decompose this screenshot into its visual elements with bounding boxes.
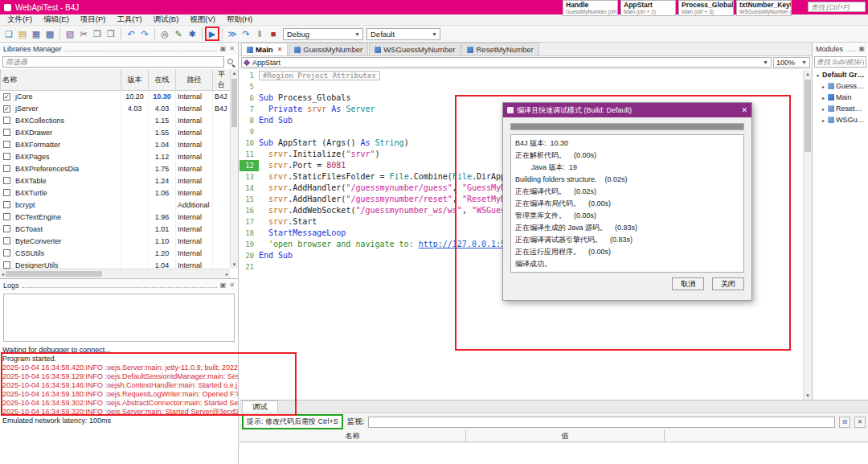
column-header[interactable]: 平台 <box>213 69 231 91</box>
save-icon[interactable]: ▦ <box>30 27 43 40</box>
new-project-icon[interactable]: ❏ <box>2 27 15 40</box>
module-item-guessmynumber[interactable]: ▸ GuessMyNumber <box>813 80 868 92</box>
expand-arrow-icon[interactable]: ▾ <box>815 72 821 78</box>
quick-access-panel[interactable]: Handle GuessMyNumber (ctrl + 1) <box>563 0 618 16</box>
library-checkbox[interactable] <box>3 129 10 136</box>
close-panel-icon[interactable]: ✕ <box>229 45 235 52</box>
library-checkbox[interactable]: ✓ <box>3 93 10 101</box>
library-checkbox[interactable]: ✓ <box>3 105 10 113</box>
library-row[interactable]: ✓ jServer 4.03 4.03 Internal B4J <box>1 103 231 115</box>
menu-item[interactable]: 视图(V) <box>184 14 221 25</box>
library-row[interactable]: B4XPreferencesDia 1.75 Internal <box>1 163 231 175</box>
library-filter-input[interactable] <box>2 56 224 68</box>
stop-icon[interactable]: ■ <box>267 27 280 40</box>
library-checkbox[interactable] <box>3 165 10 172</box>
column-header[interactable]: 路径 <box>176 69 213 91</box>
redo-icon[interactable]: ↷ <box>138 27 151 40</box>
modules-search-input[interactable] <box>815 57 866 67</box>
scroll-up-icon[interactable]: ▲ <box>231 69 238 77</box>
dock-icon[interactable]: ⊞ <box>839 417 850 428</box>
library-row[interactable]: B4XTable 1.24 Internal <box>1 175 231 187</box>
library-row[interactable]: BCToast 1.01 Internal <box>1 224 231 236</box>
global-find[interactable] <box>808 2 866 12</box>
debug-mode-select[interactable]: Debug ▼ <box>283 28 363 40</box>
open-project-icon[interactable]: ▤ <box>16 27 29 40</box>
editor-tab-guessmynumber[interactable]: GuessMyNumber <box>289 43 368 55</box>
menu-item[interactable]: 调试(B) <box>148 14 185 25</box>
build-config-select[interactable]: Default ▼ <box>366 28 440 40</box>
library-row[interactable]: bcrypt Additional <box>1 199 231 211</box>
pause-icon[interactable]: ‖ <box>253 27 266 40</box>
build-icon[interactable]: ✱ <box>186 27 199 40</box>
cancel-button[interactable]: 取消 <box>672 277 704 290</box>
column-header[interactable]: 版本 <box>121 69 149 91</box>
resume-icon[interactable]: ≫ <box>226 27 239 40</box>
editor-vertical-scrollbar[interactable]: ▲ ▼ <box>803 70 812 400</box>
column-header[interactable]: 名称 <box>1 69 121 91</box>
library-checkbox[interactable] <box>3 189 10 196</box>
library-checkbox[interactable] <box>3 213 10 220</box>
tab-debug[interactable]: 调试 <box>242 400 278 413</box>
quick-access-panel[interactable]: Process_Globals Main (ctrl + 3) <box>678 0 734 16</box>
quick-access-panel[interactable]: AppStart Main (ctrl + 2) <box>620 0 676 16</box>
menu-item[interactable]: 文件(F) <box>2 14 38 25</box>
menu-item[interactable]: 帮助(H) <box>221 14 258 25</box>
global-find-input[interactable] <box>808 2 866 12</box>
libraries-vertical-scrollbar[interactable]: ▲ ▼ <box>230 69 238 269</box>
library-row[interactable]: CSSUtils 1.20 Internal <box>1 248 231 260</box>
watch-column-name[interactable]: 名称 <box>240 430 466 441</box>
quick-access-panel[interactable]: txtNumber_KeyUp WSGuessMyNumber (ctrl + … <box>736 0 792 16</box>
close-panel-icon[interactable]: ✕ <box>854 417 866 428</box>
library-row[interactable]: DesignerUtils 1.04 Internal <box>1 260 231 269</box>
library-row[interactable]: BCTextEngine 1.96 Internal <box>1 211 231 224</box>
copy-icon[interactable]: ❐ <box>91 27 104 40</box>
library-row[interactable]: B4XFormatter 1.04 Internal <box>1 139 231 151</box>
column-header[interactable]: 在线 <box>149 69 176 91</box>
comment-icon[interactable]: ✎ <box>172 27 185 40</box>
close-panel-icon[interactable]: ✕ <box>229 281 235 289</box>
expand-arrow-icon[interactable]: ▸ <box>821 84 826 89</box>
dialog-title-bar[interactable]: 编译且快速调试模式 (Build: Default) ✕ <box>503 103 751 117</box>
scroll-left-icon[interactable]: ◂ <box>2 271 4 277</box>
find-icon[interactable]: ◎ <box>158 27 171 40</box>
scroll-down-icon[interactable]: ▼ <box>231 261 238 269</box>
module-item-main[interactable]: ▸ Main <box>813 92 868 103</box>
libraries-horizontal-scrollbar[interactable]: ◂ ▸ <box>0 269 230 278</box>
watch-column-value[interactable]: 值 <box>466 430 665 441</box>
step-over-icon[interactable]: ↷ <box>240 27 252 40</box>
module-item-resetmynumber[interactable]: ▸ ResetMyNumber <box>813 103 868 114</box>
run-button[interactable]: ▶ <box>206 27 219 40</box>
library-checkbox[interactable] <box>3 261 10 269</box>
dialog-close-icon[interactable]: ✕ <box>741 106 747 114</box>
scroll-up-icon[interactable]: ▲ <box>804 70 812 78</box>
library-checkbox[interactable] <box>3 117 10 124</box>
pin-icon[interactable]: ▣ <box>220 45 227 52</box>
menu-item[interactable]: 工具(T) <box>111 14 147 25</box>
library-row[interactable]: ByteConverter 1.10 Internal <box>1 236 231 248</box>
editor-tab-wsguessmynumber[interactable]: WSGuessMyNumber <box>369 43 461 55</box>
pin-icon[interactable]: ▣ <box>220 281 227 289</box>
paste-icon[interactable]: ❒ <box>104 27 117 40</box>
sub-selector[interactable]: AppStart ▼ <box>241 57 772 68</box>
close-button[interactable]: 关闭 <box>712 277 744 290</box>
expand-arrow-icon[interactable]: ▸ <box>821 95 826 101</box>
menu-item[interactable]: 编辑(E) <box>38 14 75 25</box>
pin-icon[interactable]: ▣ <box>858 45 865 52</box>
expand-arrow-icon[interactable]: ▸ <box>821 106 826 112</box>
library-checkbox[interactable] <box>3 177 10 184</box>
library-checkbox[interactable] <box>3 153 10 160</box>
library-checkbox[interactable] <box>3 237 10 244</box>
close-tab-icon[interactable]: ✕ <box>277 46 283 53</box>
menu-item[interactable]: 项目(P) <box>75 14 112 25</box>
scroll-down-icon[interactable]: ▼ <box>804 392 812 400</box>
library-row[interactable]: B4XPages 1.12 Internal <box>1 151 231 163</box>
scroll-right-icon[interactable]: ▸ <box>226 271 228 277</box>
library-row[interactable]: B4XDrawer 1.55 Internal <box>1 127 231 139</box>
library-row[interactable]: ✓ jCore 10.20 10.30 Internal B4J <box>1 91 231 103</box>
editor-tab-resetmynumber[interactable]: ResetMyNumber <box>461 43 538 55</box>
editor-tab-main[interactable]: Main ✕ <box>241 43 288 55</box>
module-item-wsguessmynumber[interactable]: ▸ WSGuessMyNumber <box>813 114 868 125</box>
module-item-default-group[interactable]: ▾ Default Group <box>813 69 868 80</box>
cut-icon[interactable]: ✂ <box>77 27 90 40</box>
scrollbar-thumb[interactable] <box>6 271 102 277</box>
